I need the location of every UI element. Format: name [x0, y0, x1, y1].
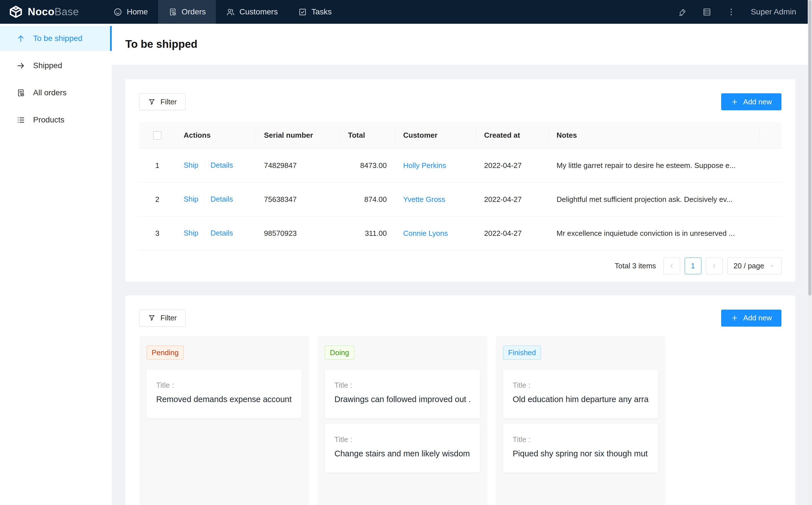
ship-link[interactable]: Ship — [184, 229, 198, 237]
add-new-button-label: Add new — [743, 98, 772, 106]
customer-link[interactable]: Holly Perkins — [403, 161, 446, 170]
clipboard-check-icon — [16, 89, 25, 97]
ship-link[interactable]: Ship — [184, 195, 198, 203]
pagination: Total 3 items 1 20 / page — [139, 258, 782, 274]
kanban-card[interactable]: Title : Drawings can followed improved o… — [325, 369, 480, 418]
top-navbar: NocoBase Home Orders Customers Tasks — [0, 0, 812, 24]
status-badge-pending: Pending — [147, 346, 184, 360]
kanban-card[interactable]: Title : Old education him departure any … — [503, 369, 658, 418]
funnel-icon — [148, 314, 156, 322]
table-header-row: Actions Serial number Total Customer Cre… — [139, 122, 782, 148]
tab-label: Home — [127, 7, 148, 16]
app-window: NocoBase Home Orders Customers Tasks — [0, 0, 812, 505]
tab-label: Customers — [239, 7, 278, 16]
column-header-total: Total — [340, 122, 395, 148]
chevron-left-icon — [669, 263, 675, 269]
pagination-next-button[interactable] — [706, 258, 722, 274]
arrow-up-icon — [16, 34, 25, 43]
row-spacer — [759, 182, 782, 216]
tab-orders[interactable]: Orders — [158, 0, 216, 24]
plugins-button[interactable] — [695, 0, 719, 24]
pagination-page-1[interactable]: 1 — [685, 258, 701, 274]
row-serial: 75638347 — [256, 182, 340, 216]
column-header-serial: Serial number — [256, 122, 340, 148]
page-title: To be shipped — [125, 38, 197, 50]
kanban-card[interactable]: Title : Change stairs and men likely wis… — [325, 424, 480, 473]
select-all-checkbox[interactable] — [153, 131, 161, 140]
row-serial: 98570923 — [256, 216, 340, 250]
orders-table: Actions Serial number Total Customer Cre… — [139, 122, 782, 250]
row-index: 3 — [139, 216, 175, 250]
table-row: 1 ShipDetails 74829847 8473.00 Holly Per… — [139, 148, 782, 182]
card-title-text: Drawings can followed improved out ... — [334, 395, 470, 404]
scrollbar[interactable] — [808, 0, 812, 505]
kanban-column-doing: Doing Title : Drawings can followed impr… — [317, 336, 487, 505]
row-customer: Connie Lyons — [395, 216, 476, 250]
card-title-text: Piqued shy spring nor six though mut... — [513, 449, 649, 458]
add-new-button[interactable]: Add new — [721, 93, 782, 110]
tab-home[interactable]: Home — [103, 0, 158, 24]
row-customer: Holly Perkins — [395, 148, 476, 182]
tab-tasks[interactable]: Tasks — [288, 0, 342, 24]
details-link[interactable]: Details — [211, 195, 233, 203]
kanban-card[interactable]: Title : Piqued shy spring nor six though… — [503, 424, 658, 473]
smiley-icon — [114, 8, 122, 16]
table-row: 3 ShipDetails 98570923 311.00 Connie Lyo… — [139, 216, 782, 250]
tab-customers[interactable]: Customers — [216, 0, 288, 24]
row-notes: My little garret repair to desire he est… — [548, 148, 759, 182]
row-index: 1 — [139, 148, 175, 182]
plus-icon — [731, 314, 738, 322]
chevron-down-icon — [769, 263, 775, 269]
ui-editor-button[interactable] — [671, 0, 695, 24]
page-size-value: 20 / page — [733, 262, 764, 270]
clipboard-check-icon — [168, 8, 177, 16]
row-spacer — [759, 216, 782, 250]
kanban-column-pending: Pending Title : Removed demands expense … — [139, 336, 309, 505]
add-new-button-label: Add new — [743, 314, 772, 322]
column-header-created-at: Created at — [476, 122, 548, 148]
sidebar-item-shipped[interactable]: Shipped — [0, 53, 112, 78]
sidebar: To be shipped Shipped All orders Product… — [0, 24, 112, 505]
sidebar-item-all-orders[interactable]: All orders — [0, 80, 112, 105]
page-size-select[interactable]: 20 / page — [727, 258, 782, 274]
row-spacer — [759, 148, 782, 182]
sidebar-item-products[interactable]: Products — [0, 108, 112, 132]
kanban-board: Pending Title : Removed demands expense … — [139, 336, 782, 505]
tasks-kanban-block: Filter Add new Pending Title : Rem — [125, 296, 795, 505]
highlighter-icon — [678, 7, 687, 17]
filter-button-label: Filter — [160, 314, 177, 322]
column-header-customer: Customer — [395, 122, 476, 148]
tasks-toolbar: Filter Add new — [139, 310, 782, 327]
details-link[interactable]: Details — [211, 229, 233, 237]
pagination-total: Total 3 items — [615, 262, 656, 270]
action-divider — [204, 196, 205, 204]
sidebar-item-to-be-shipped[interactable]: To be shipped — [0, 26, 112, 51]
column-header-actions: Actions — [175, 122, 256, 148]
cube-logo-icon — [9, 5, 23, 19]
nocobase-logo[interactable]: NocoBase — [0, 0, 103, 24]
main-area: To be shipped Filter Add new — [112, 24, 812, 505]
user-menu[interactable]: Super Admin — [751, 7, 796, 16]
kanban-column-finished: Finished Title : Old education him depar… — [496, 336, 665, 505]
more-button[interactable] — [719, 0, 743, 24]
filter-button[interactable]: Filter — [139, 310, 185, 327]
filter-button[interactable]: Filter — [139, 93, 185, 110]
page-content: Filter Add new — [112, 65, 812, 505]
card-title-text: Removed demands expense account i... — [156, 395, 292, 404]
kanban-card[interactable]: Title : Removed demands expense account … — [147, 369, 302, 418]
row-notes: Delightful met sufficient projection ask… — [548, 182, 759, 216]
pagination-prev-button[interactable] — [663, 258, 680, 274]
row-total: 8473.00 — [340, 148, 395, 182]
scrollbar-thumb[interactable] — [808, 0, 811, 296]
ship-link[interactable]: Ship — [184, 161, 198, 169]
plus-icon — [731, 98, 738, 106]
card-title-text: Old education him departure any arra... — [513, 395, 649, 404]
add-new-button[interactable]: Add new — [721, 310, 782, 327]
column-header-spacer — [759, 122, 782, 148]
status-badge-doing: Doing — [325, 346, 354, 360]
orders-table-block: Filter Add new — [125, 79, 795, 282]
details-link[interactable]: Details — [211, 161, 233, 169]
customer-link[interactable]: Yvette Gross — [403, 195, 445, 204]
customer-link[interactable]: Connie Lyons — [403, 229, 448, 237]
row-total: 874.00 — [340, 182, 395, 216]
